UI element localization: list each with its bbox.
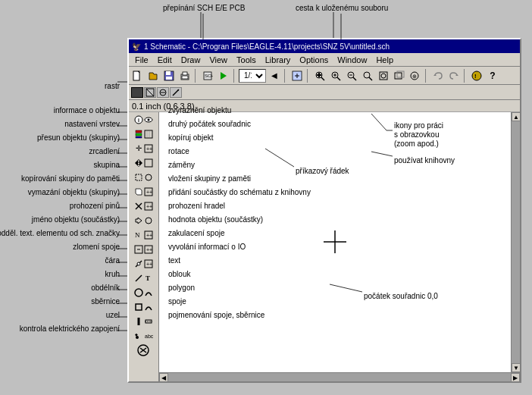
scroll-left[interactable]: ◀ xyxy=(159,373,168,382)
scroll-track-h[interactable] xyxy=(168,373,511,381)
btn-group[interactable] xyxy=(130,171,157,184)
label-cmd-line: příkazový řádek xyxy=(296,167,349,175)
svg-text:◆: ◆ xyxy=(135,332,138,337)
label-line: čára xyxy=(105,256,120,265)
label-break: zlomení spoje xyxy=(73,243,120,251)
menu-window[interactable]: Window xyxy=(333,55,371,65)
rl-arc: oblouk xyxy=(168,270,190,278)
btn-drc[interactable]: ! xyxy=(469,68,484,83)
btn-rect-poly[interactable] xyxy=(130,300,157,314)
label-rastr: rastr xyxy=(105,82,120,90)
btn-name[interactable]: N ++ xyxy=(130,228,157,242)
svg-marker-12 xyxy=(221,72,227,80)
btn-info[interactable]: ? xyxy=(485,68,500,83)
svg-text:++: ++ xyxy=(146,190,152,195)
svg-text:⊕: ⊕ xyxy=(412,74,417,79)
btn-swap-pins[interactable] xyxy=(130,214,157,227)
svg-rect-83 xyxy=(136,304,142,310)
btn-zoom-area[interactable] xyxy=(312,68,327,83)
label-info: informace o objektu xyxy=(54,106,120,114)
btn-smash[interactable]: ++ xyxy=(130,243,157,256)
btn-info-obj[interactable]: i xyxy=(130,113,157,127)
btn-script[interactable]: SCH xyxy=(200,68,215,83)
btn-mirror[interactable] xyxy=(130,156,157,170)
layer-btn-2[interactable] xyxy=(144,87,156,98)
titlebar: 🦅 1 Schematic - C:\Progran Files\EAGLE-4… xyxy=(129,39,520,53)
btn-run[interactable] xyxy=(216,68,231,83)
ann-path: cesta k uloženému souboru xyxy=(296,4,388,12)
btn-prev-page[interactable]: ◀ xyxy=(267,68,282,83)
menu-options[interactable]: Options xyxy=(295,55,333,65)
menu-help[interactable]: Help xyxy=(371,55,398,65)
menu-library[interactable]: Library xyxy=(261,55,296,65)
svg-rect-2 xyxy=(133,71,139,80)
btn-zoom-out[interactable] xyxy=(344,68,359,83)
label-swap-pins: prohození pinů xyxy=(70,202,120,210)
layer-btn-1[interactable] xyxy=(131,87,143,98)
layer-btn-4[interactable] xyxy=(170,87,182,98)
rl-highlight: zvýraznění objektu xyxy=(168,106,231,114)
menu-file[interactable]: File xyxy=(130,55,153,65)
scroll-down[interactable]: ▼ xyxy=(512,363,521,372)
btn-print[interactable] xyxy=(177,68,192,83)
rl-paste: vložení skupiny z paměti xyxy=(168,174,251,183)
sep1 xyxy=(195,69,198,83)
btn-bus-net[interactable] xyxy=(130,315,157,328)
btn-move[interactable]: ✛ ++ xyxy=(130,142,157,155)
btn-new[interactable] xyxy=(130,68,145,83)
svg-rect-31 xyxy=(395,73,402,79)
svg-rect-32 xyxy=(397,71,404,77)
btn-zoom-fit[interactable] xyxy=(360,68,375,83)
scroll-right[interactable]: ▶ xyxy=(511,373,520,382)
btn-undo[interactable] xyxy=(430,68,446,83)
btn-goto[interactable] xyxy=(289,68,305,83)
rl-netlabel: pojmenování spoje, sběrnice xyxy=(168,311,264,319)
layer-btn-3[interactable] xyxy=(157,87,169,98)
h-scrollbar[interactable]: ◀ ▶ xyxy=(159,372,520,381)
label-sep-text: odděl. text. elementu od sch. značky xyxy=(0,229,120,237)
svg-text:++: ++ xyxy=(146,247,152,252)
menu-draw[interactable]: Draw xyxy=(177,55,205,65)
sep5 xyxy=(425,69,428,83)
svg-rect-51 xyxy=(136,136,142,138)
top-annotations: přepínání SCH E/E PCB cesta k uloženému … xyxy=(0,0,532,38)
btn-copy-group[interactable]: ++ xyxy=(130,185,157,199)
svg-text:i: i xyxy=(138,118,139,123)
btn-circle-arc[interactable] xyxy=(130,286,157,299)
btn-line-text[interactable]: T xyxy=(130,271,157,285)
btn-zoom-prev[interactable] xyxy=(392,68,407,83)
svg-text:SCH: SCH xyxy=(205,74,213,78)
svg-rect-8 xyxy=(183,72,187,75)
btn-layers[interactable] xyxy=(130,127,157,141)
btn-delete[interactable]: ++ xyxy=(130,199,157,213)
menubar[interactable]: File Edit Draw View Tools Library Option… xyxy=(129,53,520,67)
label-zoom-icons3: (zoom apod.) xyxy=(394,140,439,148)
svg-point-61 xyxy=(146,174,152,180)
menu-edit[interactable]: Edit xyxy=(153,55,177,65)
btn-zoom-last[interactable]: ⊕ xyxy=(408,68,423,83)
v-scrollbar[interactable]: ▲ ▼ xyxy=(511,112,520,372)
menu-view[interactable]: View xyxy=(205,55,232,65)
btn-save[interactable] xyxy=(161,68,177,83)
scroll-up[interactable]: ▲ xyxy=(512,112,521,121)
svg-text:T: T xyxy=(146,274,150,282)
svg-text:++: ++ xyxy=(146,204,152,209)
btn-redo[interactable] xyxy=(446,68,462,83)
scroll-track-v[interactable] xyxy=(512,121,520,363)
btn-split[interactable]: ++ xyxy=(130,257,157,271)
page-selector[interactable]: 1/1 xyxy=(239,69,266,83)
btn-erc[interactable] xyxy=(130,343,157,357)
menu-tools[interactable]: Tools xyxy=(232,55,261,65)
label-zoom-icons: ikony pro práci xyxy=(394,121,443,130)
rl-add: přidání součástky do schématu z knihovny xyxy=(168,188,311,196)
svg-rect-5 xyxy=(166,71,171,75)
btn-zoom-in[interactable] xyxy=(328,68,343,83)
btn-zoom-all[interactable] xyxy=(376,68,391,83)
btn-open[interactable] xyxy=(146,68,161,83)
svg-text:abc: abc xyxy=(145,334,153,339)
label-copy: kopírování skupiny do paměti xyxy=(21,174,120,183)
btn-junction-label[interactable]: ◆ abc xyxy=(130,329,157,343)
rl-value: hodnota objektu (součástky) xyxy=(168,215,263,224)
label-use-lib: používat knihovny xyxy=(394,156,455,165)
label-layers: nastavení vrstev xyxy=(64,120,120,128)
